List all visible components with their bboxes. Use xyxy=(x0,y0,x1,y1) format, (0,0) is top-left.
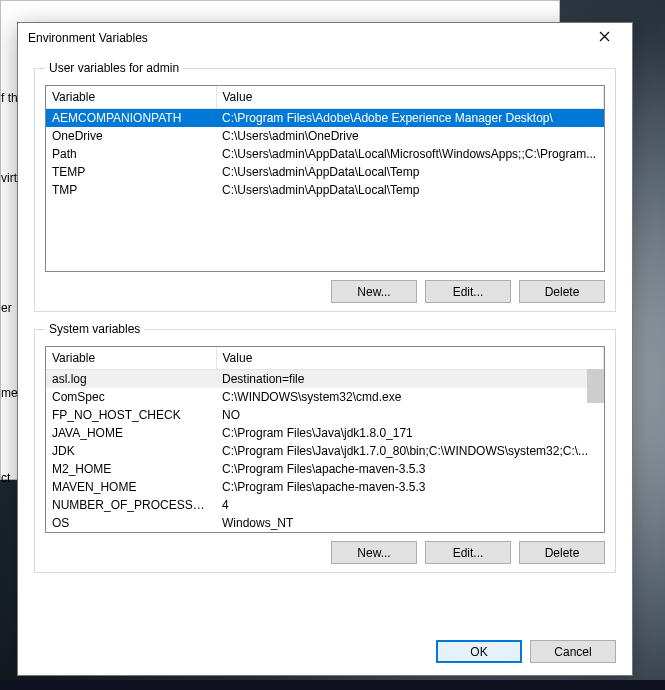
table-row[interactable]: JAVA_HOMEC:\Program Files\Java\jdk1.8.0_… xyxy=(46,424,604,442)
user-delete-button[interactable]: Delete xyxy=(519,280,605,303)
value-cell: C:\Users\admin\AppData\Local\Temp xyxy=(216,181,604,199)
table-row[interactable]: JDKC:\Program Files\Java\jdk1.7.0_80\bin… xyxy=(46,442,604,460)
user-new-button[interactable]: New... xyxy=(331,280,417,303)
user-variables-list[interactable]: Variable Value AEMCOMPANIONPATHC:\Progra… xyxy=(45,85,605,272)
variable-cell: OneDrive xyxy=(46,127,216,145)
value-cell: C:\Program Files\Java\jdk1.8.0_171 xyxy=(216,424,604,442)
scrollbar-thumb[interactable] xyxy=(587,369,604,403)
system-delete-button[interactable]: Delete xyxy=(519,541,605,564)
table-row[interactable]: OSWindows_NT xyxy=(46,514,604,532)
environment-variables-dialog: Environment Variables User variables for… xyxy=(17,22,633,676)
table-row[interactable]: asl.logDestination=file xyxy=(46,370,604,389)
system-variables-legend: System variables xyxy=(45,322,144,336)
variable-cell: FP_NO_HOST_CHECK xyxy=(46,406,216,424)
table-row[interactable]: PathC:\Users\admin\AppData\Local\Microso… xyxy=(46,145,604,163)
column-header-variable[interactable]: Variable xyxy=(46,347,216,370)
variable-cell: MAVEN_HOME xyxy=(46,478,216,496)
table-row[interactable]: ComSpecC:\WINDOWS\system32\cmd.exe xyxy=(46,388,604,406)
system-variables-list[interactable]: Variable Value asl.logDestination=fileCo… xyxy=(45,346,605,533)
table-row[interactable]: OneDriveC:\Users\admin\OneDrive xyxy=(46,127,604,145)
bg-label: f th xyxy=(1,91,18,105)
dialog-title: Environment Variables xyxy=(26,31,584,45)
variable-cell: TEMP xyxy=(46,163,216,181)
value-cell: Destination=file xyxy=(216,370,604,389)
table-row[interactable]: AEMCOMPANIONPATHC:\Program Files\Adobe\A… xyxy=(46,109,604,128)
table-row[interactable]: TEMPC:\Users\admin\AppData\Local\Temp xyxy=(46,163,604,181)
variable-cell: NUMBER_OF_PROCESSORS xyxy=(46,496,216,514)
column-header-variable[interactable]: Variable xyxy=(46,86,216,109)
value-cell: 4 xyxy=(216,496,604,514)
column-header-value[interactable]: Value xyxy=(216,347,604,370)
cancel-button[interactable]: Cancel xyxy=(530,640,616,663)
value-cell: C:\Users\admin\OneDrive xyxy=(216,127,604,145)
close-icon xyxy=(599,31,610,45)
variable-cell: ComSpec xyxy=(46,388,216,406)
close-button[interactable] xyxy=(584,24,624,52)
value-cell: C:\Program Files\Java\jdk1.7.0_80\bin;C:… xyxy=(216,442,604,460)
variable-cell: M2_HOME xyxy=(46,460,216,478)
user-variables-legend: User variables for admin xyxy=(45,61,183,75)
variable-cell: JAVA_HOME xyxy=(46,424,216,442)
variable-cell: AEMCOMPANIONPATH xyxy=(46,109,216,128)
system-new-button[interactable]: New... xyxy=(331,541,417,564)
bg-label: ct xyxy=(1,471,10,485)
table-row[interactable]: FP_NO_HOST_CHECKNO xyxy=(46,406,604,424)
value-cell: C:\Program Files\apache-maven-3.5.3 xyxy=(216,460,604,478)
variable-cell: asl.log xyxy=(46,370,216,389)
value-cell: C:\Program Files\apache-maven-3.5.3 xyxy=(216,478,604,496)
variable-cell: JDK xyxy=(46,442,216,460)
table-row[interactable]: MAVEN_HOMEC:\Program Files\apache-maven-… xyxy=(46,478,604,496)
variable-cell: Path xyxy=(46,145,216,163)
table-row[interactable]: M2_HOMEC:\Program Files\apache-maven-3.5… xyxy=(46,460,604,478)
column-header-value[interactable]: Value xyxy=(216,86,604,109)
variable-cell: TMP xyxy=(46,181,216,199)
user-edit-button[interactable]: Edit... xyxy=(425,280,511,303)
bg-label: virt xyxy=(1,171,17,185)
value-cell: Windows_NT xyxy=(216,514,604,532)
taskbar[interactable] xyxy=(0,680,665,690)
value-cell: C:\WINDOWS\system32\cmd.exe xyxy=(216,388,604,406)
user-variables-group: User variables for admin Variable Value … xyxy=(34,61,616,312)
value-cell: C:\Program Files\Adobe\Adobe Experience … xyxy=(216,109,604,128)
variable-cell: OS xyxy=(46,514,216,532)
system-edit-button[interactable]: Edit... xyxy=(425,541,511,564)
ok-button[interactable]: OK xyxy=(436,640,522,663)
table-row[interactable]: NUMBER_OF_PROCESSORS4 xyxy=(46,496,604,514)
titlebar: Environment Variables xyxy=(18,23,632,53)
table-row[interactable]: TMPC:\Users\admin\AppData\Local\Temp xyxy=(46,181,604,199)
value-cell: NO xyxy=(216,406,604,424)
value-cell: C:\Users\admin\AppData\Local\Microsoft\W… xyxy=(216,145,604,163)
value-cell: C:\Users\admin\AppData\Local\Temp xyxy=(216,163,604,181)
system-variables-group: System variables Variable Value asl.logD… xyxy=(34,322,616,573)
bg-label: er xyxy=(1,301,12,315)
